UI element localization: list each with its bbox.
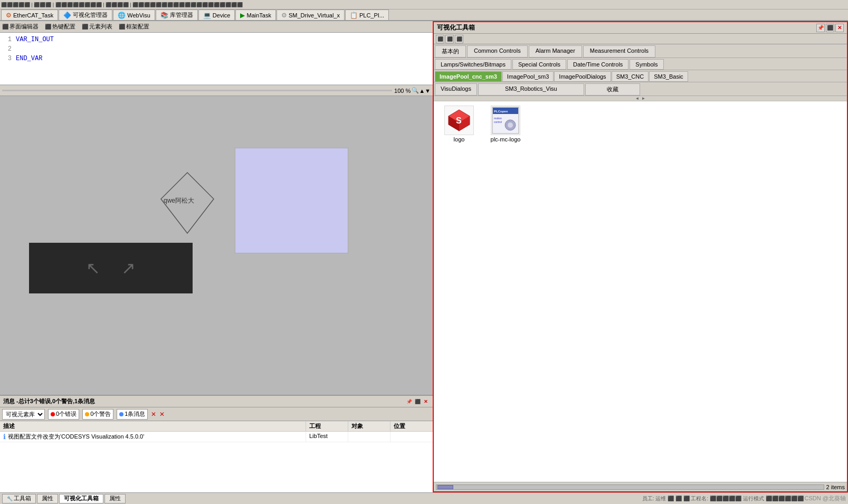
- tab-maintask[interactable]: ▶ MainTask: [235, 9, 275, 20]
- line-num-1: 1: [2, 35, 12, 44]
- tab-lamps[interactable]: Lamps/Switches/Bitmaps: [435, 59, 511, 70]
- btn-frame-config[interactable]: ⬛ 框架配置: [119, 23, 149, 31]
- toolbox-hscroll[interactable]: [436, 484, 824, 490]
- toolbox-title: 可视化工具箱: [437, 23, 816, 32]
- error-count: 0个错误: [56, 410, 77, 418]
- messages-table: 描述 工程 对象 位置 ℹ 视图配置文件改变为'CODESYS Visualiz…: [0, 421, 433, 492]
- tab-visu-dialogs[interactable]: VisuDialogs: [435, 83, 477, 96]
- tab-sm-drive[interactable]: ⚙ SM_Drive_Virtual_x: [277, 9, 345, 20]
- bottom-tab-toolbox[interactable]: 🔧 工具箱: [2, 494, 36, 503]
- clear-all-btn[interactable]: ✕: [159, 411, 165, 418]
- toolbox-tabs-row2: Lamps/Switches/Bitmaps Special Controls …: [434, 58, 847, 70]
- message-row-1[interactable]: ℹ 视图配置文件改变为'CODESYS Visualization 4.5.0.…: [0, 432, 433, 442]
- toolbox-tabs-row3: ImagePool_cnc_sm3 ImagePool_sm3 ImagePoo…: [434, 70, 847, 82]
- btn-hotkey-config[interactable]: ⬛ 热键配置: [45, 23, 75, 31]
- code-line-3: 3 END_VAR: [2, 54, 431, 63]
- status-bar: 🔧 工具箱 属性 可视化工具箱 属性 员工: 运维 ⬛ ⬛ ⬛ 工程名: ⬛⬛⬛…: [0, 492, 848, 504]
- toolbox-mini-toolbar: ⬛ ⬛ ⬛: [434, 34, 847, 44]
- msg-icon-info: ℹ: [3, 433, 6, 441]
- toolbox-scroll-area: 2 items: [434, 482, 847, 491]
- logo-svg: S: [446, 108, 472, 133]
- toolbox-float-icon[interactable]: ⬛: [826, 24, 834, 32]
- items-count: 2 items: [826, 484, 845, 490]
- messages-table-header: 描述 工程 对象 位置: [0, 421, 433, 432]
- toolbox-item-logo[interactable]: S logo: [438, 106, 480, 142]
- toolbox-tabs-row1: 基本的 Common Controls Alarm Manager Measur…: [434, 44, 847, 58]
- canvas-dark-rect[interactable]: ↖ ↗: [29, 243, 193, 293]
- tab-favorites[interactable]: 收藏: [585, 83, 640, 96]
- sep-arrow-right: ►: [642, 96, 646, 101]
- tab-sm3-cnc[interactable]: SM3_CNC: [612, 71, 649, 82]
- toolbox-item-logo-label: logo: [454, 136, 465, 142]
- message-dot: [119, 412, 123, 416]
- line-num-3: 3: [2, 54, 12, 63]
- bottom-close-icon[interactable]: ✕: [422, 398, 430, 405]
- btn-element-list[interactable]: ⬛ 元素列表: [82, 23, 112, 31]
- tab-common-controls[interactable]: Common Controls: [467, 45, 528, 58]
- message-count: 1条消息: [125, 410, 145, 418]
- toolbox-items-area: S logo PLCopen: [434, 101, 847, 482]
- svg-text:control: control: [494, 120, 502, 123]
- bottom-panel: 消息 -总计3个错误,0个警告,1条消息 📌 ⬛ ✕ 可视元素库 0个错误 0个…: [0, 395, 433, 492]
- toolbox-header: 可视化工具箱 📌 ⬛ ✕: [434, 22, 847, 34]
- code-nav-icon[interactable]: ▲▼: [419, 88, 431, 94]
- toolbox-header-controls: 📌 ⬛ ✕: [816, 24, 844, 32]
- code-zoom-icon[interactable]: 🔍: [412, 87, 419, 94]
- diamond-label: qwe阿松大: [164, 196, 194, 205]
- tab-visu-manager[interactable]: 🔷 可视化管理器: [59, 9, 112, 20]
- toolbox-item-plc-mc-logo[interactable]: PLCopen motion control plc-mc-logo: [484, 106, 527, 142]
- filter-messages[interactable]: 1条消息: [117, 409, 148, 420]
- code-zoom-value: 100 %: [394, 88, 411, 94]
- tab-alarm-manager[interactable]: Alarm Manager: [529, 45, 582, 58]
- filter-errors[interactable]: 0个错误: [48, 409, 79, 420]
- code-line-1: 1 VAR_IN_OUT: [2, 35, 431, 44]
- tab-imagepool-dialogs[interactable]: ImagePoolDialogs: [554, 71, 611, 82]
- col-description: 描述: [0, 421, 306, 431]
- toolbox-tabs-row4: VisuDialogs SM3_Robotics_Visu 收藏: [434, 82, 847, 96]
- toolbox-item-plcmc-label: plc-mc-logo: [491, 136, 521, 142]
- tab-imagepool-sm3[interactable]: ImagePool_sm3: [502, 71, 554, 82]
- toolbox-close-icon[interactable]: ✕: [835, 24, 844, 32]
- bottom-panel-icons: 📌 ⬛ ✕: [405, 398, 430, 405]
- bottom-tab-visu-toolbox[interactable]: 可视化工具箱: [59, 494, 103, 503]
- mini-toolbar-icon3[interactable]: ⬛: [455, 35, 463, 43]
- clear-btn[interactable]: ✕: [151, 411, 156, 418]
- arrow-left: ↖: [86, 258, 100, 278]
- sub-toolbar: ⬛ 界面编辑器 ⬛ 热键配置 ⬛ 元素列表 ⬛ 框架配置: [0, 21, 433, 33]
- tab-measurement[interactable]: Measurement Controls: [583, 45, 655, 58]
- bottom-pin-icon[interactable]: 📌: [405, 398, 413, 405]
- tab-plc[interactable]: 📋 PLC_PI...: [345, 9, 389, 20]
- btn-interface-editor[interactable]: ⬛ 界面编辑器: [2, 23, 39, 31]
- svg-text:motion: motion: [494, 117, 502, 120]
- col-object: 对象: [348, 421, 390, 431]
- canvas-diamond[interactable]: qwe阿松大: [156, 170, 219, 240]
- line-num-2: 2: [2, 44, 12, 54]
- plcmc-svg: PLCopen motion control: [492, 107, 519, 134]
- canvas-blue-rect[interactable]: [235, 148, 348, 253]
- tab-imagepool-cnc[interactable]: ImagePool_cnc_sm3: [435, 71, 502, 82]
- tab-datetime[interactable]: Date/Time Controls: [567, 59, 628, 70]
- svg-text:S: S: [456, 116, 462, 125]
- mini-toolbar-icon1[interactable]: ⬛: [436, 35, 444, 43]
- bottom-tab-properties[interactable]: 属性: [37, 494, 58, 503]
- tab-lib-manager[interactable]: 📚 库管理器: [156, 9, 198, 20]
- tab-device[interactable]: 💻 Device: [198, 9, 235, 20]
- tab-sm3-robotics[interactable]: SM3_Robotics_Visu: [478, 83, 584, 96]
- code-var-in-out: VAR_IN_OUT: [16, 35, 54, 44]
- bottom-panel-title: 消息 -总计3个错误,0个警告,1条消息: [3, 397, 405, 405]
- warning-count: 0个警告: [90, 410, 111, 418]
- bottom-tab-properties2[interactable]: 属性: [104, 494, 126, 503]
- tab-sm3-basic[interactable]: SM3_Basic: [649, 71, 688, 82]
- tab-webvisu[interactable]: 🌐 WebVisu: [113, 9, 155, 20]
- tab-ethercat[interactable]: ⚙ EtherCAT_Task: [1, 9, 58, 20]
- toolbox-pin-icon[interactable]: 📌: [816, 24, 825, 32]
- arrow-right: ↗: [121, 258, 136, 278]
- mini-toolbar-icon2[interactable]: ⬛: [445, 35, 454, 43]
- source-dropdown[interactable]: 可视元素库: [2, 409, 45, 420]
- sep-arrow-left: ◄: [635, 96, 640, 101]
- tab-symbols[interactable]: Symbols: [630, 59, 663, 70]
- filter-warnings[interactable]: 0个警告: [82, 409, 113, 420]
- bottom-float-icon[interactable]: ⬛: [414, 398, 421, 405]
- tab-special[interactable]: Special Controls: [512, 59, 566, 70]
- tab-basic[interactable]: 基本的: [435, 45, 466, 58]
